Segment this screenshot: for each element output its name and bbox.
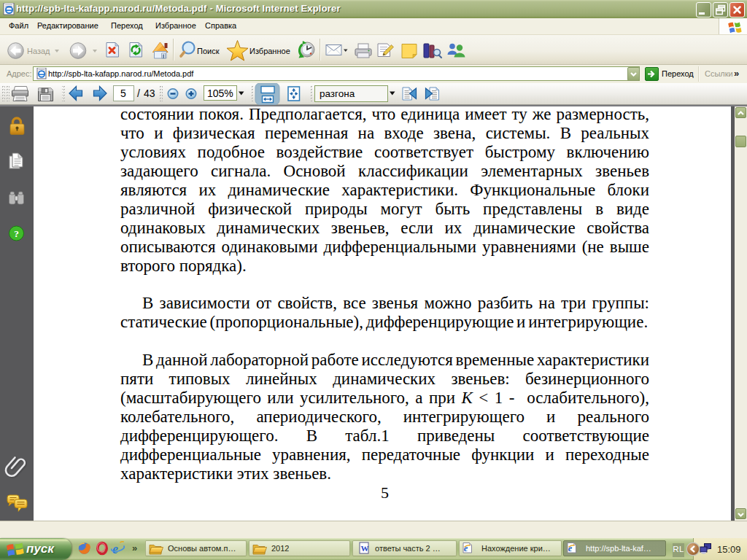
svg-text:Поиск: Поиск — [197, 47, 220, 55]
svg-text:?: ? — [14, 228, 19, 239]
svg-text:43: 43 — [144, 88, 155, 99]
svg-text:Избранное: Избранное — [249, 47, 290, 55]
svg-text:»: » — [132, 542, 137, 553]
svg-text:105%: 105% — [207, 88, 233, 99]
svg-text:5: 5 — [120, 88, 126, 99]
svg-text:W: W — [361, 544, 369, 553]
svg-text:Назад: Назад — [27, 47, 50, 55]
svg-text:e: e — [112, 542, 118, 556]
svg-text:/: / — [137, 88, 140, 99]
svg-text:разгона: разгона — [320, 88, 355, 99]
